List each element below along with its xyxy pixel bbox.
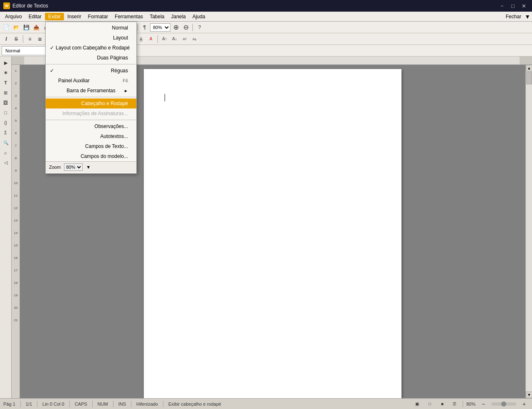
statusbar-view-btn-1[interactable]: ▣ [413, 399, 422, 409]
scroll-down-button[interactable]: ▼ [526, 392, 532, 398]
status-sep-1 [20, 401, 21, 407]
fechar-button[interactable]: Fechar [502, 13, 525, 20]
menu-inserir[interactable]: Inserir [64, 13, 84, 20]
ruler-num-8: 8 [12, 156, 20, 160]
menu-reguas[interactable]: ✓ Réguas [46, 66, 136, 76]
exibir-dropdown: Normal Layout ✓ Layout com Cabeçalho e R… [45, 22, 137, 174]
minimize-button[interactable]: − [497, 2, 507, 10]
status-line-col: Lin 0 Col 0 [42, 402, 64, 407]
zoom-slider-thumb[interactable] [501, 402, 506, 407]
menubar: Arquivo Editar Exibir Inserir Formatar F… [0, 12, 532, 22]
align-left-button[interactable]: ≡ [25, 34, 34, 44]
label-observacoes: Observações... [94, 123, 128, 129]
new-button[interactable]: 📄 [2, 23, 11, 32]
menu-normal[interactable]: Normal [46, 23, 136, 33]
close-button[interactable]: ✕ [519, 2, 529, 10]
maximize-button[interactable]: □ [508, 2, 518, 10]
menu-campos-modelo[interactable]: Campos do modelo... [46, 151, 136, 161]
zoom-bar: Zoom 80% ▼ [46, 161, 136, 172]
pilcrow-button[interactable]: ¶ [140, 23, 149, 32]
zoom-in-status-button[interactable]: + [520, 399, 529, 409]
menu-ferramentas[interactable]: Ferramentas [111, 13, 146, 20]
menu-tabela[interactable]: Tabela [146, 13, 167, 20]
zoom-in-button[interactable]: ⊕ [171, 23, 180, 32]
check-normal [50, 25, 57, 31]
lt-image-button[interactable]: 🖼 [1, 98, 10, 107]
menu-exibir[interactable]: Exibir [45, 13, 64, 20]
zoom-bar-select[interactable]: 80% [64, 163, 83, 171]
fechar-x-button[interactable]: ▼ [525, 13, 530, 20]
label-layout-cabecalho: Layout com Cabeçalho e Rodapé [56, 45, 130, 51]
left-ruler: 1 2 3 4 5 6 7 8 9 10 11 12 13 14 15 16 1… [12, 65, 20, 398]
menu-cabecalho-rodape[interactable]: Cabeçalho e Rodapé [46, 99, 136, 108]
sep-d1 [46, 64, 136, 64]
lt-text-button[interactable]: T [1, 78, 10, 87]
menu-informacoes-assinaturas: Informações de Assinaturas... [46, 108, 136, 118]
menu-janela[interactable]: Janela [168, 13, 189, 20]
menu-duas-paginas[interactable]: Duas Páginas [46, 53, 136, 63]
menu-barra-ferramentas[interactable]: Barra de Ferramentas ► [46, 86, 136, 96]
lt-expand-button[interactable]: ◁ [1, 158, 10, 167]
highlight-color-button[interactable]: A̲ [136, 34, 145, 44]
check-layout [50, 35, 57, 41]
scroll-up-button[interactable]: ▲ [526, 65, 532, 71]
menu-autotextos[interactable]: Autotextos... [46, 131, 136, 141]
ruler-num-11: 11 [12, 194, 20, 197]
ruler-num-20: 20 [12, 306, 20, 310]
lt-shapes-button[interactable]: □ [1, 108, 10, 117]
status-sep-7 [163, 401, 163, 407]
menu-layout[interactable]: Layout [46, 33, 136, 43]
statusbar-view-btn-4[interactable]: ☰ [450, 399, 459, 409]
bold-button[interactable]: I [2, 34, 11, 44]
menu-arquivo[interactable]: Arquivo [2, 13, 25, 20]
check-observacoes [50, 123, 57, 129]
save-button[interactable]: 💾 [22, 23, 31, 32]
check-layout-cabecalho: ✓ [50, 45, 54, 51]
save-remote-button[interactable]: 📤 [32, 23, 41, 32]
check-informacoes [50, 111, 57, 116]
menu-formatar[interactable]: Formatar [84, 13, 111, 20]
help-button[interactable]: ? [195, 23, 204, 32]
lt-btn-1[interactable]: ▶ [1, 58, 10, 67]
lt-table-button[interactable]: ⊞ [1, 88, 10, 97]
statusbar-view-btn-3[interactable]: ■ [438, 399, 447, 409]
document-page[interactable] [144, 69, 401, 398]
ruler-num-21: 21 [12, 318, 20, 322]
paragraph-style-select[interactable]: Normal [2, 46, 52, 55]
menu-painel-auxiliar[interactable]: Painel Auxiliar F6 [46, 76, 136, 86]
lt-search-button[interactable]: ⌕ [1, 148, 10, 157]
lt-navigator-button[interactable]: 🔍 [1, 138, 10, 147]
zoom-out-button[interactable]: ⊖ [181, 23, 190, 32]
zoom-select[interactable]: 80% [150, 23, 170, 32]
zoom-slider[interactable] [491, 402, 516, 406]
scroll-thumb[interactable] [526, 72, 532, 84]
lt-formula-button[interactable]: Σ [1, 128, 10, 137]
strikethrough-button[interactable]: S [12, 34, 21, 44]
font-size-decrease-button[interactable]: A↓ [170, 34, 179, 44]
ruler-num-14: 14 [12, 231, 20, 235]
menu-campos-texto[interactable]: Campos de Texto... [46, 141, 136, 151]
status-sep-8 [463, 401, 463, 407]
menu-observacoes[interactable]: Observações... [46, 121, 136, 131]
status-sep-3 [69, 401, 70, 407]
menu-editar[interactable]: Editar [25, 13, 45, 20]
app-title: Editor de Textos [12, 3, 48, 9]
menu-layout-cabecalho[interactable]: ✓ Layout com Cabeçalho e Rodapé [46, 43, 136, 53]
ruler-num-3: 3 [12, 94, 20, 98]
zoom-out-status-button[interactable]: − [479, 399, 488, 409]
label-cabecalho-rodape: Cabeçalho e Rodapé [81, 101, 128, 106]
font-color-button[interactable]: A [146, 34, 155, 44]
ruler-num-1: 1 [12, 69, 20, 73]
check-campos-modelo [50, 153, 57, 159]
menu-ajuda[interactable]: Ajuda [189, 13, 209, 20]
lt-selection-button[interactable]: ✶ [1, 68, 10, 77]
lt-field-button[interactable]: {} [1, 118, 10, 127]
font-superscript-button[interactable]: A² [180, 34, 189, 44]
font-subscript-button[interactable]: A₂ [190, 34, 199, 44]
status-caps: CAPS [75, 402, 87, 407]
statusbar-view-btn-2[interactable]: □ [425, 399, 434, 409]
arrow-barra-ferramentas: ► [124, 89, 128, 93]
align-center-button[interactable]: ≣ [35, 34, 44, 44]
open-button[interactable]: 📂 [12, 23, 21, 32]
font-size-increase-button[interactable]: A↑ [160, 34, 169, 44]
